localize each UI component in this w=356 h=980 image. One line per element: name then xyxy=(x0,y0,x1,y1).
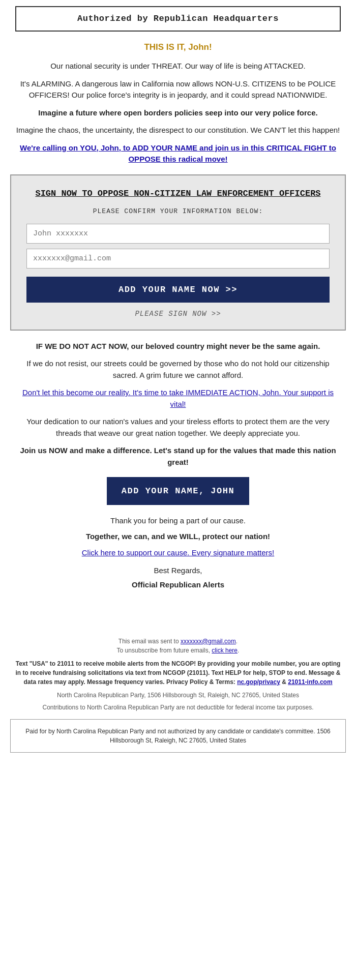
footer-email-sent: This email was sent to xxxxxxx@gmail.com… xyxy=(0,637,356,655)
form-container: SIGN NOW TO OPPOSE NON-CITIZEN LAW ENFOR… xyxy=(10,174,346,331)
sent-to-prefix: This email was sent to xyxy=(118,638,181,645)
header-authorized-text: Authorized by Republican Headquarters xyxy=(77,14,279,23)
please-sign-text: PLEASE SIGN NOW >> xyxy=(26,309,330,319)
click-here-link[interactable]: Click here to support our cause. Every s… xyxy=(82,548,275,557)
footer-sms: Text "USA" to 21011 to receive mobile al… xyxy=(0,659,356,687)
name-input[interactable] xyxy=(26,224,330,244)
join-bold: Join us NOW and make a difference. Let's… xyxy=(15,445,341,468)
footer-address: North Carolina Republican Party, 1506 Hi… xyxy=(0,691,356,700)
call-to-action-link-container[interactable]: We're calling on YOU, John, to ADD YOUR … xyxy=(15,142,341,165)
header-box: Authorized by Republican Headquarters xyxy=(15,6,341,32)
form-title: SIGN NOW TO OPPOSE NON-CITIZEN LAW ENFOR… xyxy=(26,188,330,200)
official-name: Official Republican Alerts xyxy=(15,579,341,591)
call-to-action-link[interactable]: We're calling on YOU, John, to ADD YOUR … xyxy=(20,143,336,164)
para1: Our national security is under THREAT. O… xyxy=(15,61,341,72)
headline: THIS IS IT, John! xyxy=(15,41,341,54)
paid-for-text: Paid for by North Carolina Republican Pa… xyxy=(25,728,330,744)
best-regards: Best Regards, xyxy=(15,565,341,577)
bold-para: Imagine a future where open borders poli… xyxy=(15,107,341,119)
para2: It's ALARMING. A dangerous law in Califo… xyxy=(15,78,341,101)
bold-warning: IF WE DO NOT ACT NOW, our beloved countr… xyxy=(15,341,341,352)
footer-contributions: Contributions to North Carolina Republic… xyxy=(0,703,356,712)
terms-link[interactable]: 21011-info.com xyxy=(288,678,332,686)
and-text: & xyxy=(280,678,288,686)
click-here-container[interactable]: Click here to support our cause. Every s… xyxy=(15,547,341,559)
footer-paid-box: Paid for by North Carolina Republican Pa… xyxy=(10,719,346,753)
para3: Imagine the chaos, the uncertainty, the … xyxy=(15,125,341,136)
email-input[interactable] xyxy=(26,249,330,269)
footer-whitespace xyxy=(0,606,356,637)
unsubscribe-prefix: To unsubscribe from future emails, xyxy=(117,647,212,654)
submit-button[interactable]: ADD YOUR NAME NOW >> xyxy=(26,277,330,303)
thank-you-text: Thank you for being a part of our cause. xyxy=(15,515,341,527)
add-name-button[interactable]: ADD YOUR NAME, JOHN xyxy=(107,477,249,505)
together-text: Together, we can, and we WILL, protect o… xyxy=(15,531,341,543)
form-subtitle: PLEASE CONFIRM YOUR INFORMATION BELOW: xyxy=(26,206,330,217)
closing-content: Thank you for being a part of our cause.… xyxy=(0,515,356,591)
immediate-action-link[interactable]: Don't let this become our reality. It's … xyxy=(22,388,334,408)
immediate-action-link-container[interactable]: Don't let this become our reality. It's … xyxy=(15,387,341,410)
second-content: IF WE DO NOT ACT NOW, our beloved countr… xyxy=(0,341,356,468)
para5: Your dedication to our nation's values a… xyxy=(15,416,341,439)
privacy-link[interactable]: nc.gop/privacy xyxy=(237,678,280,686)
unsubscribe-link[interactable]: click here xyxy=(212,647,238,654)
main-content: THIS IS IT, John! Our national security … xyxy=(0,41,356,165)
sent-to-email[interactable]: xxxxxxx@gmail.com xyxy=(181,638,236,645)
para4: If we do not resist, our streets could b… xyxy=(15,358,341,381)
